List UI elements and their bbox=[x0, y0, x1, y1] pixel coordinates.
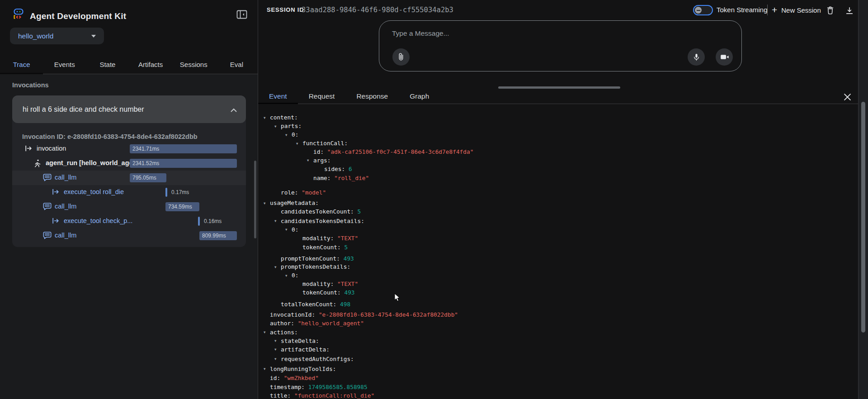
token-streaming-label: Token Streaming bbox=[717, 6, 768, 14]
json-toggle-arrow[interactable]: ▼ bbox=[274, 337, 281, 346]
trace-row-label: call_llm bbox=[55, 203, 76, 210]
detail-tab-graph[interactable]: Graph bbox=[399, 90, 440, 104]
attach-file-button[interactable] bbox=[392, 48, 410, 66]
json-toggle-arrow[interactable]: ▼ bbox=[307, 157, 313, 165]
json-toggle-arrow[interactable]: ▼ bbox=[264, 365, 270, 374]
video-button[interactable] bbox=[716, 48, 733, 66]
json-key: 0: bbox=[292, 272, 298, 279]
json-row-stateDelta: ▼stateDelta: bbox=[264, 337, 858, 346]
sidebar-tab-eval[interactable]: Eval bbox=[215, 57, 258, 74]
vertical-scrollbar[interactable] bbox=[858, 0, 868, 399]
invocation-panel: hi roll a 6 side dice and check number I… bbox=[12, 95, 246, 247]
delete-session-button[interactable] bbox=[824, 5, 836, 16]
sidebar-tab-trace[interactable]: Trace bbox=[0, 57, 43, 74]
trace-row-invocation[interactable]: invocation2341.71ms bbox=[12, 142, 246, 156]
json-row-content: ▼content: bbox=[264, 114, 858, 122]
json-toggle-arrow[interactable]: ▼ bbox=[274, 217, 281, 226]
trace-duration-bar bbox=[165, 188, 167, 197]
detail-tab-response[interactable]: Response bbox=[345, 90, 399, 104]
session-id-label: SESSION ID bbox=[267, 6, 304, 13]
sidebar-tab-sessions[interactable]: Sessions bbox=[172, 57, 215, 74]
json-key: candidatesTokensDetails: bbox=[281, 218, 364, 224]
json-toggle-arrow[interactable]: ▼ bbox=[274, 263, 281, 272]
json-key: tokenCount: bbox=[302, 244, 344, 251]
trace-row-execute_tool[interactable]: execute_tool check_p...0.16ms bbox=[12, 214, 246, 228]
new-session-button[interactable]: + New Session bbox=[772, 5, 821, 15]
invocation-header[interactable]: hi roll a 6 side dice and check number bbox=[12, 95, 246, 123]
json-toggle-arrow[interactable]: ▼ bbox=[264, 328, 270, 337]
json-key: sides: bbox=[324, 166, 349, 172]
json-value: 1749586585.858985 bbox=[308, 384, 368, 390]
json-row-modality: modality: "TEXT" bbox=[264, 280, 858, 289]
json-toggle-arrow[interactable]: ▼ bbox=[264, 114, 270, 123]
token-streaming-toggle[interactable] bbox=[693, 5, 713, 15]
json-key: promptTokenCount: bbox=[281, 255, 344, 262]
trace-row-execute_tool[interactable]: execute_tool roll_die0.17ms bbox=[12, 185, 246, 200]
trace-row-call_llm[interactable]: call_llm795.05ms bbox=[12, 171, 246, 185]
scrollbar-thumb[interactable] bbox=[861, 102, 865, 332]
json-key: id: bbox=[313, 148, 327, 155]
sidebar-tab-state[interactable]: State bbox=[86, 57, 129, 74]
json-value: 6 bbox=[349, 166, 352, 172]
json-row-args: ▼args: bbox=[264, 157, 858, 165]
panel-resize-handle[interactable] bbox=[498, 86, 620, 89]
json-toggle-arrow[interactable]: ▼ bbox=[274, 346, 281, 354]
json-key: id: bbox=[270, 375, 284, 381]
json-key: invocationId: bbox=[270, 311, 319, 318]
detail-tab-request[interactable]: Request bbox=[298, 90, 346, 104]
agent-select-dropdown[interactable]: hello_world bbox=[10, 28, 104, 44]
download-session-button[interactable] bbox=[844, 5, 855, 16]
json-value: "TEXT" bbox=[337, 280, 358, 287]
toggle-knob bbox=[695, 7, 702, 14]
message-composer[interactable]: Type a Message... bbox=[379, 20, 742, 71]
json-row-candidatesTokensDetails: ▼candidatesTokensDetails: bbox=[264, 217, 858, 226]
json-row-0: ▼0: bbox=[264, 131, 858, 139]
sidebar-scrollbar[interactable] bbox=[254, 161, 256, 238]
adk-logo-icon bbox=[12, 7, 25, 20]
message-input-placeholder[interactable]: Type a Message... bbox=[392, 29, 449, 38]
trace-row-label: call_llm bbox=[55, 174, 76, 181]
chevron-up-icon[interactable] bbox=[230, 106, 237, 114]
session-id-value: 33aad288-9846-46f6-980d-cf555034a2b3 bbox=[302, 6, 453, 14]
json-key: usageMetadata: bbox=[270, 200, 319, 206]
json-row-actions: ▼actions: bbox=[264, 328, 858, 337]
json-value: 493 bbox=[344, 289, 354, 296]
json-key: 0: bbox=[292, 131, 298, 138]
trace-row-label: agent_run [hello_world_agent] bbox=[46, 159, 141, 166]
json-toggle-arrow[interactable]: ▼ bbox=[285, 226, 292, 234]
trace-row-label: call_llm bbox=[55, 232, 76, 239]
json-value: "model" bbox=[302, 189, 326, 196]
json-key: parts: bbox=[281, 123, 302, 129]
invocation-question: hi roll a 6 side dice and check number bbox=[23, 105, 144, 114]
json-toggle-arrow[interactable]: ▼ bbox=[274, 355, 281, 364]
json-toggle-arrow[interactable]: ▼ bbox=[285, 131, 292, 140]
json-row-promptTokenCount: promptTokenCount: 493 bbox=[264, 255, 858, 263]
sidebar-tab-events[interactable]: Events bbox=[43, 57, 86, 74]
trace-duration-bar: 734.59ms bbox=[165, 202, 199, 211]
json-toggle-arrow[interactable]: ▼ bbox=[296, 140, 302, 148]
sidebar-tab-artifacts[interactable]: Artifacts bbox=[129, 57, 172, 74]
microphone-button[interactable] bbox=[688, 48, 705, 66]
json-row-artifactDelta: ▼artifactDelta: bbox=[264, 346, 858, 354]
chat-bubble-icon bbox=[43, 232, 52, 239]
json-value: "wmZhkbed" bbox=[284, 375, 319, 381]
sidebar-collapse-icon[interactable] bbox=[235, 8, 249, 21]
json-value: 5 bbox=[344, 244, 348, 251]
trace-row-call_llm[interactable]: call_llm734.59ms bbox=[12, 200, 246, 214]
json-key: functionCall: bbox=[302, 140, 348, 147]
trace-duration-bar: 2341.71ms bbox=[130, 144, 237, 153]
trace-row-label: execute_tool roll_die bbox=[64, 188, 124, 195]
json-toggle-arrow[interactable]: ▼ bbox=[274, 123, 281, 131]
json-toggle-arrow[interactable]: ▼ bbox=[264, 200, 270, 208]
detail-tab-event[interactable]: Event bbox=[258, 90, 298, 104]
main-panel: SESSION ID 33aad288-9846-46f6-980d-cf555… bbox=[258, 0, 868, 399]
json-key: args: bbox=[313, 157, 331, 164]
json-toggle-arrow[interactable]: ▼ bbox=[285, 272, 292, 280]
trace-row-call_llm[interactable]: call_llm809.99ms bbox=[12, 228, 246, 243]
trace-row-agent_run[interactable]: agent_run [hello_world_agent]2341.52ms bbox=[12, 156, 246, 171]
json-row-id: id: "adk-caf25106-f0c7-451f-86e4-3c6d7e8… bbox=[264, 148, 858, 157]
json-row-totalTokenCount: totalTokenCount: 498 bbox=[264, 300, 858, 309]
close-detail-icon[interactable] bbox=[840, 90, 854, 103]
trace-duration-text: 0.17ms bbox=[171, 189, 189, 195]
json-row-tokenCount: tokenCount: 5 bbox=[264, 243, 858, 252]
